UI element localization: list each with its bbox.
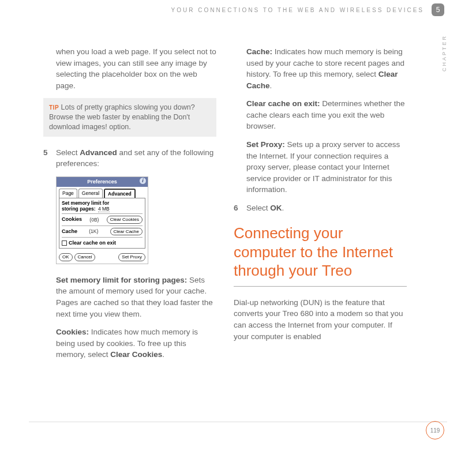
step6-text-b: . — [282, 204, 284, 212]
right-column: Cache: Indicates how much memory is bein… — [234, 46, 407, 367]
step-6-row: 6 Select OK. — [234, 202, 407, 214]
left-column: when you load a web page. If you select … — [43, 46, 216, 367]
step-body: Select OK. — [246, 202, 407, 214]
clear-on-exit-row: Clear cache on exit — [62, 239, 143, 247]
clear-exit-para: Clear cache on exit: Determines whether … — [246, 98, 407, 132]
step6-text-a: Select — [246, 204, 270, 212]
cookies-heading: Cookies: — [56, 328, 89, 336]
divider — [62, 226, 143, 226]
clear-cookies-button[interactable]: Clear Cookies — [107, 216, 143, 224]
divider — [62, 213, 143, 214]
clear-on-exit-label: Clear cache on exit — [69, 240, 116, 246]
ok-button[interactable]: OK — [59, 253, 73, 261]
set-proxy-button[interactable]: Set Proxy — [118, 253, 145, 261]
step-number: 6 — [234, 202, 241, 214]
set-proxy-para: Set Proxy: Sets up a proxy server to acc… — [246, 139, 407, 196]
step6-bold: OK — [270, 204, 282, 212]
cancel-button[interactable]: Cancel — [74, 253, 96, 261]
page-number: 119 — [426, 421, 444, 439]
preferences-window: Preferences i Page General Advanced Set … — [56, 176, 148, 264]
chapter-vertical-label: CHAPTER — [441, 35, 447, 72]
cache-para: Cache: Indicates how much memory is bein… — [246, 46, 407, 91]
tab-general[interactable]: General — [78, 189, 103, 198]
cache-size: (1K) — [89, 228, 98, 235]
tab-page[interactable]: Page — [59, 189, 77, 198]
memlimit-line2: storing pages: — [62, 206, 96, 212]
memory-limit-row: Set memory limit for storing pages: 4 MB — [62, 201, 143, 212]
cache-heading: Cache: — [246, 47, 272, 56]
cache-text-b: . — [270, 81, 272, 90]
cache-row: Cache (1K) Clear Cache — [62, 228, 143, 236]
info-icon[interactable]: i — [140, 178, 146, 184]
section-rule — [234, 286, 407, 287]
step-body: Select Advanced and set any of the follo… — [56, 147, 216, 170]
step5-text-a: Select — [56, 148, 80, 157]
preferences-tabs: Page General Advanced — [57, 187, 148, 198]
running-header: YOUR CONNECTIONS TO THE WEB AND WIRELESS… — [171, 7, 425, 13]
tip-callout: TIP Lots of pretty graphics slowing you … — [43, 98, 216, 137]
section-heading: Connecting your computer to the Internet… — [234, 224, 407, 280]
cookies-label: Cookies — [62, 216, 82, 223]
tip-label: TIP — [49, 104, 59, 111]
memory-limit-value[interactable]: 4 MB — [98, 206, 110, 212]
cookies-bold: Clear Cookies — [110, 350, 162, 359]
clear-on-exit-checkbox[interactable] — [62, 240, 67, 246]
content-columns: when you load a web page. If you select … — [43, 46, 407, 367]
footer-rule — [29, 422, 447, 422]
clear-cache-button[interactable]: Clear Cache — [110, 228, 143, 236]
tab-advanced[interactable]: Advanced — [104, 189, 136, 198]
cookies-row: Cookies (0B) Clear Cookies — [62, 216, 143, 224]
cookies-para: Cookies: Indicates how much memory is be… — [56, 326, 216, 360]
cookies-text-b: . — [162, 350, 164, 359]
preferences-footer: OK Cancel Set Proxy — [57, 251, 148, 264]
preferences-titlebar: Preferences i — [57, 177, 148, 187]
step-5-row: 5 Select Advanced and set any of the fol… — [43, 147, 216, 170]
clear-exit-heading: Clear cache on exit: — [246, 99, 320, 108]
set-proxy-heading: Set Proxy: — [246, 140, 285, 149]
memory-limit-para: Set memory limit for storing pages: Sets… — [56, 275, 216, 320]
step-number: 5 — [43, 147, 50, 170]
cache-label: Cache — [62, 228, 77, 235]
chapter-number-badge: 5 — [432, 3, 444, 16]
divider — [62, 237, 143, 238]
step5-bold: Advanced — [80, 148, 117, 157]
cookies-size: (0B) — [89, 216, 99, 223]
preferences-title: Preferences — [87, 179, 117, 185]
memory-limit-heading: Set memory limit for storing pages: — [56, 276, 187, 284]
preferences-body: Set memory limit for storing pages: 4 MB… — [59, 198, 145, 249]
lead-paragraph: when you load a web page. If you select … — [56, 46, 216, 91]
tip-text: Lots of pretty graphics slowing you down… — [49, 103, 195, 131]
section-body: Dial-up networking (DUN) is the feature … — [234, 297, 407, 342]
